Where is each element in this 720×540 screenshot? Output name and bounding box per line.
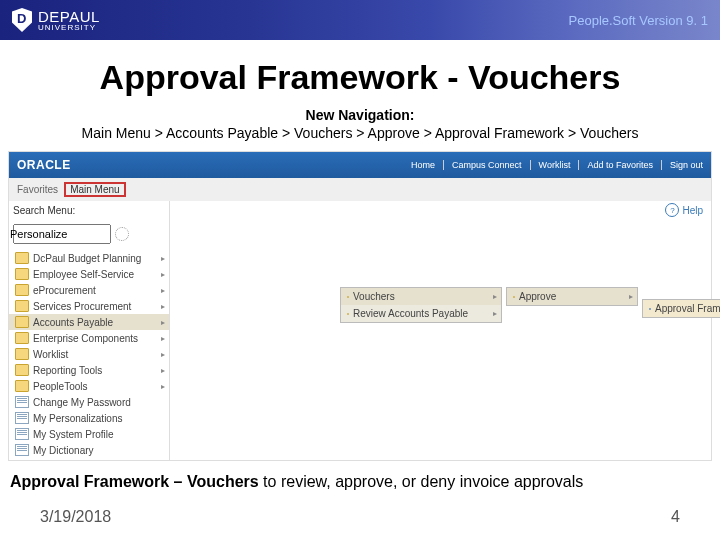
brand-top: DEPAUL (38, 9, 100, 24)
document-icon (15, 396, 29, 408)
flyout-item-vouchers[interactable]: Vouchers▸ (341, 288, 501, 305)
chevron-right-icon: ▸ (161, 270, 165, 279)
footer-page: 4 (671, 508, 680, 526)
flyout-item[interactable]: Review Accounts Payable▸ (341, 305, 501, 322)
search-menu-label: Search Menu: (13, 205, 75, 216)
folder-icon (15, 364, 29, 376)
flyout-vouchers: Approve▸ (506, 287, 638, 306)
nav-label: New Navigation: (14, 107, 706, 123)
menu-item[interactable]: Employee Self-Service▸ (9, 266, 169, 282)
link-home[interactable]: Home (403, 160, 435, 170)
menu-item[interactable]: DcPaul Budget Planning▸ (9, 250, 169, 266)
folder-icon (15, 380, 29, 392)
summary-bold: Approval Framework – Vouchers (10, 473, 259, 490)
menu-item[interactable]: Change My Password (9, 394, 169, 410)
document-icon (15, 444, 29, 456)
help-icon: ? (665, 203, 679, 217)
menu-item[interactable]: Reporting Tools▸ (9, 362, 169, 378)
menu-item[interactable]: Services Procurement▸ (9, 298, 169, 314)
document-icon (15, 412, 29, 424)
search-go-icon[interactable] (115, 227, 129, 241)
app-header-links: Home Campus Connect Worklist Add to Favo… (403, 160, 703, 170)
footer-date: 3/19/2018 (40, 508, 111, 526)
menu-item[interactable]: Enterprise Components▸ (9, 330, 169, 346)
chevron-right-icon: ▸ (161, 382, 165, 391)
nav-path: Main Menu > Accounts Payable > Vouchers … (82, 125, 639, 141)
app-screenshot: ORACLE Home Campus Connect Worklist Add … (8, 151, 712, 461)
folder-icon (15, 252, 29, 264)
flyout-item-approve[interactable]: Approve▸ (507, 288, 637, 305)
flyout-approve: Approval Framework - Vouchers (642, 299, 720, 318)
folder-icon (15, 300, 29, 312)
brand-bottom: UNIVERSITY (38, 24, 100, 32)
link-worklist[interactable]: Worklist (530, 160, 571, 170)
chevron-right-icon: ▸ (161, 366, 165, 375)
folder-icon (15, 316, 29, 328)
menu-item[interactable]: Worklist▸ (9, 346, 169, 362)
main-menu-list: DcPaul Budget Planning▸ Employee Self-Se… (9, 248, 169, 460)
link-add-favorites[interactable]: Add to Favorites (578, 160, 653, 170)
folder-icon (15, 284, 29, 296)
menu-item[interactable]: My Dictionary (9, 442, 169, 458)
content-area: ? Help Vouchers▸ Review Accounts Payable… (170, 201, 711, 460)
folder-icon (513, 296, 515, 298)
menu-panel: Search Menu: DcPaul Budget Planning▸ Emp… (9, 201, 711, 460)
chevron-right-icon: ▸ (493, 309, 497, 318)
breadcrumb: Favorites Main Menu (9, 178, 711, 201)
chevron-right-icon: ▸ (161, 350, 165, 359)
document-icon (649, 308, 651, 310)
summary-rest: to review, approve, or deny invoice appr… (259, 473, 584, 490)
folder-icon (15, 332, 29, 344)
flyout-item-approval-framework[interactable]: Approval Framework - Vouchers (643, 300, 720, 317)
navigation-path: New Navigation: Main Menu > Accounts Pay… (14, 107, 706, 141)
university-logo: DEPAUL UNIVERSITY (12, 8, 100, 32)
chevron-right-icon: ▸ (161, 318, 165, 327)
flyout-accounts-payable: Vouchers▸ Review Accounts Payable▸ (340, 287, 502, 323)
menu-item-accounts-payable[interactable]: Accounts Payable▸ (9, 314, 169, 330)
menu-item[interactable]: eProcurement▸ (9, 282, 169, 298)
folder-icon (15, 348, 29, 360)
chevron-right-icon: ▸ (161, 334, 165, 343)
search-menu-row: Search Menu: (9, 201, 169, 220)
shield-icon (12, 8, 32, 32)
slide-title: Approval Framework - Vouchers (0, 58, 720, 97)
help-link[interactable]: ? Help (665, 203, 703, 217)
crumb-main-menu[interactable]: Main Menu (64, 182, 125, 197)
folder-icon (347, 313, 349, 315)
menu-item[interactable]: My Personalizations (9, 410, 169, 426)
chevron-right-icon: ▸ (493, 292, 497, 301)
folder-icon (347, 296, 349, 298)
link-sign-out[interactable]: Sign out (661, 160, 703, 170)
link-campus-connect[interactable]: Campus Connect (443, 160, 522, 170)
oracle-brand: ORACLE (17, 158, 71, 172)
slide-header: DEPAUL UNIVERSITY People.Soft Version 9.… (0, 0, 720, 40)
summary-text: Approval Framework – Vouchers to review,… (10, 473, 710, 491)
app-top-bar: ORACLE Home Campus Connect Worklist Add … (9, 152, 711, 178)
chevron-right-icon: ▸ (161, 254, 165, 263)
version-text: People.Soft Version 9. 1 (569, 13, 708, 28)
chevron-right-icon: ▸ (161, 286, 165, 295)
slide-footer: 3/19/2018 4 (0, 508, 720, 526)
document-icon (15, 428, 29, 440)
crumb-favorites[interactable]: Favorites (17, 184, 58, 195)
chevron-right-icon: ▸ (629, 292, 633, 301)
menu-item[interactable]: PeopleTools▸ (9, 378, 169, 394)
personalize-label[interactable]: Personalize (10, 228, 67, 240)
chevron-right-icon: ▸ (161, 302, 165, 311)
folder-icon (15, 268, 29, 280)
menu-item[interactable]: My System Profile (9, 426, 169, 442)
